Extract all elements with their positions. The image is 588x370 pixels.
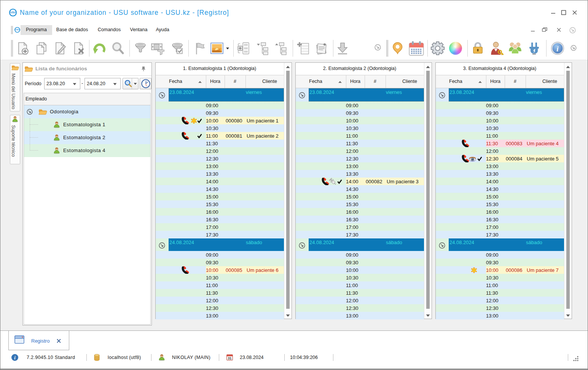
svg-text:USU: USU: [10, 11, 16, 14]
svg-text:USU: USU: [15, 29, 19, 31]
svg-text:i: i: [14, 355, 16, 360]
svg-text:i: i: [556, 45, 559, 53]
svg-text:31: 31: [228, 356, 232, 360]
